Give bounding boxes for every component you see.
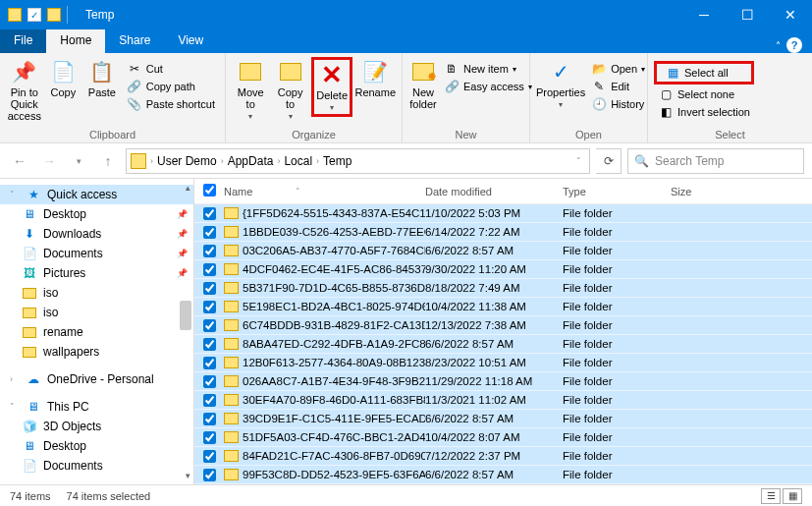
file-list-pane: Name˄ Date modified Type Size {1FF5D624-… bbox=[194, 179, 812, 484]
nav-wallpapers[interactable]: wallpapers bbox=[0, 342, 193, 362]
table-row[interactable]: 03C206A5-AB37-4770-A5F7-7684CE4A...6/6/2… bbox=[194, 242, 812, 260]
copy-to-button[interactable]: Copy to ▾ bbox=[271, 57, 308, 123]
refresh-button[interactable]: ⟳ bbox=[596, 148, 622, 174]
tab-file[interactable]: File bbox=[0, 29, 46, 53]
row-checkbox[interactable] bbox=[203, 263, 216, 276]
row-checkbox[interactable] bbox=[203, 245, 216, 257]
table-row[interactable]: 99F53C8D-DD52-4523-9EF5-63F6A24A...6/6/2… bbox=[194, 466, 812, 484]
row-checkbox[interactable] bbox=[203, 431, 216, 444]
navigation-pane: ▴ ˅★Quick access 🖥Desktop📌 ⬇Downloads📌 📄… bbox=[0, 179, 194, 484]
qat-check-icon[interactable]: ✓ bbox=[27, 8, 41, 22]
copy-path-button[interactable]: 🔗Copy path bbox=[123, 79, 219, 94]
scroll-down-icon[interactable]: ▾ bbox=[186, 471, 190, 480]
breadcrumb[interactable]: AppData bbox=[228, 154, 274, 168]
nav-documents[interactable]: 📄Documents📌 bbox=[0, 244, 193, 263]
tab-view[interactable]: View bbox=[164, 29, 217, 53]
row-checkbox[interactable] bbox=[203, 450, 216, 463]
new-folder-button[interactable]: ✸ New folder bbox=[408, 57, 438, 112]
tab-share[interactable]: Share bbox=[105, 29, 164, 53]
nav-this-pc[interactable]: ˅🖥This PC bbox=[0, 397, 193, 417]
maximize-button[interactable]: ☐ bbox=[726, 0, 769, 29]
breadcrumb[interactable]: User Demo bbox=[157, 154, 217, 168]
table-row[interactable]: 84FAD21C-F7AC-4306-8FB7-0D690FCF...7/12/… bbox=[194, 447, 812, 466]
address-bar[interactable]: › User Demo› AppData› Local› Temp ˅ bbox=[126, 148, 590, 174]
scroll-up-icon[interactable]: ▴ bbox=[186, 183, 190, 193]
col-modified[interactable]: Date modified bbox=[425, 186, 563, 197]
minimize-button[interactable]: ─ bbox=[682, 0, 726, 29]
paste-shortcut-button[interactable]: 📎Paste shortcut bbox=[123, 96, 219, 112]
row-checkbox[interactable] bbox=[203, 375, 216, 388]
header-checkbox[interactable] bbox=[203, 184, 216, 197]
nav-iso[interactable]: iso bbox=[0, 283, 193, 303]
col-name[interactable]: Name bbox=[224, 186, 252, 197]
nav-desktop[interactable]: 🖥Desktop📌 bbox=[0, 204, 193, 224]
row-checkbox[interactable] bbox=[203, 207, 216, 220]
thumbnails-view-button[interactable]: ▦ bbox=[783, 488, 802, 504]
nav-iso2[interactable]: iso bbox=[0, 303, 193, 322]
status-item-count: 74 items bbox=[10, 490, 51, 502]
forward-button[interactable]: → bbox=[37, 149, 61, 173]
table-row[interactable]: 026AA8C7-A1B7-4E34-9F48-3F9B25C8...11/29… bbox=[194, 372, 812, 391]
row-checkbox[interactable] bbox=[203, 413, 216, 425]
breadcrumb[interactable]: Temp bbox=[323, 154, 352, 168]
table-row[interactable]: 5E198EC1-BD2A-4BC1-8025-974D6B0...10/4/2… bbox=[194, 298, 812, 316]
properties-button[interactable]: ✓ Properties ▾ bbox=[536, 57, 585, 111]
nav-pictures[interactable]: 🖼Pictures📌 bbox=[0, 263, 193, 283]
col-type[interactable]: Type bbox=[563, 186, 671, 197]
row-checkbox[interactable] bbox=[203, 357, 216, 369]
breadcrumb[interactable]: Local bbox=[284, 154, 312, 168]
row-checkbox[interactable] bbox=[203, 469, 216, 481]
table-row[interactable]: 1BBDE039-C526-4253-AEBD-77EEC15...6/14/2… bbox=[194, 223, 812, 242]
col-size[interactable]: Size bbox=[671, 186, 730, 197]
cut-button[interactable]: ✂Cut bbox=[123, 61, 219, 77]
table-row[interactable]: 12B0F613-2577-4364-80A9-08B123FE5...8/23… bbox=[194, 354, 812, 372]
tab-home[interactable]: Home bbox=[46, 29, 105, 53]
open-icon: 📂 bbox=[591, 62, 607, 76]
table-row[interactable]: 39CD9E1F-C1C5-411E-9FE5-ECAD70EF...6/6/2… bbox=[194, 410, 812, 428]
table-row[interactable]: 8ABA47ED-C292-4DFB-A1A9-2FC88B6...6/6/20… bbox=[194, 335, 812, 354]
nav-onedrive[interactable]: ›☁OneDrive - Personal bbox=[0, 369, 193, 389]
scrollbar[interactable] bbox=[180, 301, 191, 330]
up-button[interactable]: ↑ bbox=[96, 149, 120, 173]
table-row[interactable]: 6C74BDDB-931B-4829-81F2-CA13DC4...12/13/… bbox=[194, 316, 812, 335]
select-all-button[interactable]: ▦Select all bbox=[654, 61, 754, 84]
nav-documents2[interactable]: 📄Documents bbox=[0, 456, 193, 476]
easy-access-button[interactable]: 🔗Easy access ▾ bbox=[440, 79, 536, 94]
nav-desktop2[interactable]: 🖥Desktop bbox=[0, 436, 193, 456]
edit-button[interactable]: ✎Edit bbox=[587, 79, 649, 94]
nav-rename[interactable]: rename bbox=[0, 322, 193, 342]
pin-quick-access-button[interactable]: 📌 Pin to Quick access bbox=[6, 57, 43, 124]
copy-button[interactable]: 📄 Copy bbox=[45, 57, 82, 100]
history-button[interactable]: 🕘History bbox=[587, 96, 649, 112]
nav-3d-objects[interactable]: 🧊3D Objects bbox=[0, 417, 193, 436]
row-checkbox[interactable] bbox=[203, 282, 216, 295]
table-row[interactable]: 4DCF0462-EC4E-41F5-AC86-8453700C...9/30/… bbox=[194, 260, 812, 279]
table-row[interactable]: 51DF5A03-CF4D-476C-BBC1-2AD4983...10/4/2… bbox=[194, 428, 812, 447]
paste-button[interactable]: 📋 Paste bbox=[83, 57, 121, 100]
delete-button[interactable]: ✕ Delete ▾ bbox=[311, 57, 353, 117]
help-icon[interactable]: ? bbox=[786, 37, 802, 53]
close-button[interactable]: ✕ bbox=[769, 0, 812, 29]
search-box[interactable]: 🔍 Search Temp bbox=[627, 148, 804, 174]
nav-downloads[interactable]: ⬇Downloads📌 bbox=[0, 224, 193, 244]
new-item-button[interactable]: 🗎New item ▾ bbox=[440, 61, 536, 77]
table-row[interactable]: 5B371F90-7D1D-4C65-B855-8736D1AF...8/18/… bbox=[194, 279, 812, 298]
nav-quick-access[interactable]: ˅★Quick access bbox=[0, 185, 193, 204]
chevron-down-icon[interactable]: ˅ bbox=[572, 156, 585, 166]
back-button[interactable]: ← bbox=[8, 149, 31, 173]
details-view-button[interactable]: ☰ bbox=[761, 488, 781, 504]
table-row[interactable]: {1FF5D624-5515-4343-837A-E54C1015...1/10… bbox=[194, 204, 812, 223]
select-none-button[interactable]: ▢Select none bbox=[654, 86, 754, 102]
move-to-button[interactable]: Move to ▾ bbox=[232, 57, 269, 123]
row-checkbox[interactable] bbox=[203, 394, 216, 407]
table-row[interactable]: 30EF4A70-89F8-46D0-A111-683FB810...11/3/… bbox=[194, 391, 812, 410]
row-checkbox[interactable] bbox=[203, 338, 216, 351]
open-button[interactable]: 📂Open ▾ bbox=[587, 61, 649, 77]
recent-dropdown[interactable]: ▾ bbox=[67, 149, 90, 173]
row-checkbox[interactable] bbox=[203, 301, 216, 313]
row-checkbox[interactable] bbox=[203, 319, 216, 332]
chevron-up-icon[interactable]: ˄ bbox=[776, 40, 781, 51]
invert-selection-button[interactable]: ◧Invert selection bbox=[654, 104, 754, 120]
row-checkbox[interactable] bbox=[203, 226, 216, 239]
rename-button[interactable]: 📝 Rename bbox=[354, 57, 396, 100]
